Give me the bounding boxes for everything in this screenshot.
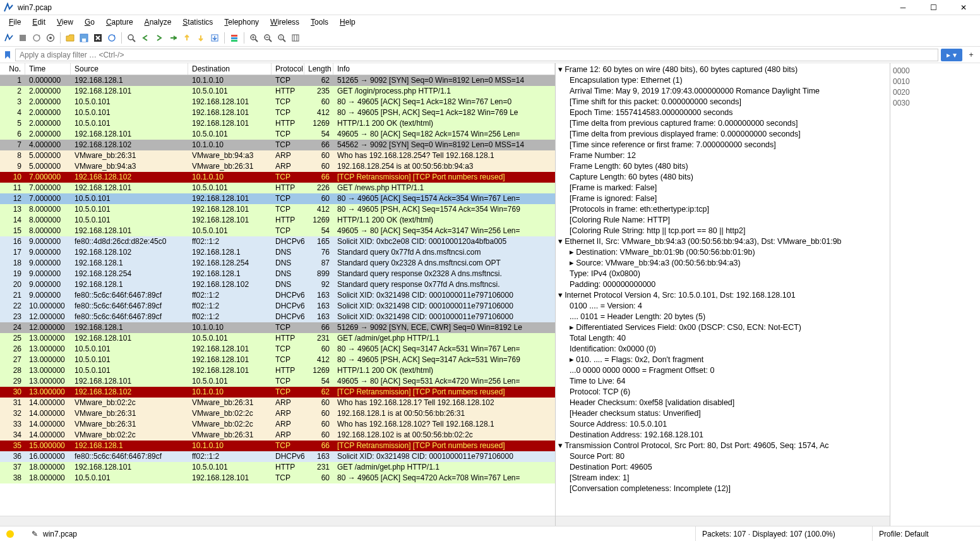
detail-line[interactable]: Encapsulation type: Ethernet (1) [558,75,887,86]
menu-tools[interactable]: Tools [306,16,333,28]
packet-row[interactable]: 107.000000192.168.128.10210.1.0.10TCP66[… [0,172,555,183]
col-protocol[interactable]: Protocol [272,63,304,75]
detail-line[interactable]: Frame Number: 12 [558,150,887,161]
detail-line[interactable]: Arrival Time: May 9, 2019 17:09:43.00000… [558,86,887,97]
detail-line[interactable]: Transmission Control Protocol, Src Port:… [558,441,887,451]
detail-line[interactable]: Padding: 000000000000 [558,279,887,290]
packet-row[interactable]: 2713.00000010.5.0.101192.168.128.101TCP4… [0,355,555,365]
col-length[interactable]: Length [304,63,333,75]
zoom-reset-icon[interactable]: 1 [275,32,288,44]
detail-line[interactable]: [Protocols in frame: eth:ethertype:ip:tc… [558,204,887,215]
packet-row[interactable]: 3013.000000192.168.128.10210.1.0.10TCP62… [0,387,555,398]
detail-line[interactable]: ...0 0000 0000 0000 = Fragment Offset: 0 [558,365,887,376]
detail-line[interactable]: [Time shift for this packet: 0.000000000… [558,97,887,107]
packet-row[interactable]: 3314.000000VMware_bb:26:31VMware_bb:02:2… [0,419,555,430]
status-profile[interactable]: Profile: Default [873,526,980,541]
detail-line[interactable]: Destination: VMware_bb:01:9b (00:50:56:b… [558,247,887,258]
capture-options-icon[interactable] [44,32,57,44]
detail-line[interactable]: [Header checksum status: Unverified] [558,408,887,419]
maximize-button[interactable]: ☐ [921,1,946,14]
packet-row[interactable]: 62.000000192.168.128.10110.5.0.101TCP544… [0,129,555,140]
detail-line[interactable]: Capture Length: 60 bytes (480 bits) [558,172,887,183]
packet-row[interactable]: 169.000000fe80::4d8d:26cd:d82e:45c0ff02:… [0,236,555,247]
zoom-in-icon[interactable] [248,32,260,44]
packet-row[interactable]: 3515.000000192.168.128.110.1.0.10TCP66[T… [0,441,555,451]
packet-row[interactable]: 85.000000VMware_bb:26:31VMware_bb:94:a3A… [0,150,555,161]
capture-file-icon[interactable]: ✎ [32,530,38,538]
close-button[interactable]: ✕ [951,1,976,14]
detail-line[interactable]: Protocol: TCP (6) [558,387,887,398]
detail-line[interactable]: [Conversation completeness: Incomplete (… [558,483,887,494]
packet-row[interactable]: 127.00000010.5.0.101192.168.128.101TCP60… [0,193,555,204]
open-file-icon[interactable] [64,32,76,44]
resize-columns-icon[interactable] [289,32,302,44]
menu-help[interactable]: Help [335,16,361,28]
packet-row[interactable]: 3818.00000010.5.0.101192.168.128.101TCP6… [0,473,555,483]
stop-capture-icon[interactable] [16,32,29,44]
menu-analyze[interactable]: Analyze [140,16,177,28]
packet-row[interactable]: 2513.000000192.168.128.10110.5.0.101HTTP… [0,333,555,344]
reload-icon[interactable] [105,32,118,44]
auto-scroll-icon[interactable] [208,32,221,44]
detail-line[interactable]: Source: VMware_bb:94:a3 (00:50:56:bb:94:… [558,258,887,269]
menu-capture[interactable]: Capture [101,16,138,28]
detail-line[interactable]: Differentiated Services Field: 0x00 (DSC… [558,322,887,333]
menu-statistics[interactable]: Statistics [177,16,218,28]
minimize-button[interactable]: ─ [890,1,916,14]
h-scrollbar[interactable] [556,516,890,526]
detail-line[interactable]: Internet Protocol Version 4, Src: 10.5.0… [558,290,887,301]
filter-apply-dropdown[interactable]: ▸ ▾ [941,49,962,61]
packet-row[interactable]: 52.00000010.5.0.101192.168.128.101HTTP12… [0,118,555,129]
colorize-icon[interactable] [228,32,241,44]
detail-line[interactable]: 010. .... = Flags: 0x2, Don't fragment [558,355,887,365]
detail-line[interactable]: [Time delta from previous displayed fram… [558,129,887,140]
packet-row[interactable]: 10.000000192.168.128.110.1.0.10TCP625126… [0,75,555,86]
packet-row[interactable]: 179.000000192.168.128.102192.168.128.1DN… [0,247,555,258]
menu-go[interactable]: Go [80,16,100,28]
detail-line[interactable]: .... 0101 = Header Length: 20 bytes (5) [558,312,887,322]
col-source[interactable]: Source [71,63,188,75]
packet-detail-tree[interactable]: Frame 12: 60 bytes on wire (480 bits), 6… [556,63,890,516]
packet-row[interactable]: 2613.00000010.5.0.101192.168.128.101TCP6… [0,344,555,355]
menu-telephony[interactable]: Telephony [219,16,264,28]
detail-line[interactable]: Header Checksum: 0xef58 [validation disa… [558,398,887,408]
packet-row[interactable]: 189.000000192.168.128.1192.168.128.254DN… [0,258,555,269]
display-filter-input[interactable] [15,49,938,61]
detail-line[interactable]: [Frame is marked: False] [558,183,887,193]
restart-capture-icon[interactable] [30,32,43,44]
detail-line[interactable]: Identification: 0x0000 (0) [558,344,887,355]
packet-row[interactable]: 3718.000000192.168.128.10110.5.0.101HTTP… [0,462,555,473]
detail-line[interactable]: [Time delta from previous captured frame… [558,118,887,129]
col-time[interactable]: Time [25,63,71,75]
menu-file[interactable]: File [4,16,26,28]
packet-row[interactable]: 74.000000192.168.128.10210.1.0.10TCP6654… [0,140,555,150]
packet-list-header[interactable]: No. Time Source Destination Protocol Len… [0,63,555,75]
packet-row[interactable]: 22.000000192.168.128.10110.5.0.101HTTP23… [0,86,555,97]
h-scrollbar[interactable] [0,516,555,526]
zoom-out-icon[interactable] [261,32,274,44]
packet-row[interactable]: 2412.000000192.168.128.110.1.0.10TCP6651… [0,322,555,333]
go-forward-icon[interactable] [153,32,165,44]
packet-row[interactable]: 3214.000000VMware_bb:26:31VMware_bb:02:2… [0,408,555,419]
go-first-icon[interactable] [181,32,193,44]
start-capture-icon[interactable] [3,32,15,44]
detail-line[interactable]: [Time since reference or first frame: 7.… [558,140,887,150]
packet-list-body[interactable]: 10.000000192.168.128.110.1.0.10TCP625126… [0,75,555,516]
detail-line[interactable]: Source Address: 10.5.0.101 [558,419,887,430]
detail-line[interactable]: Frame 12: 60 bytes on wire (480 bits), 6… [558,64,887,75]
col-info[interactable]: Info [333,63,555,75]
detail-line[interactable]: Destination Address: 192.168.128.101 [558,430,887,441]
find-packet-icon[interactable] [125,32,138,44]
col-no[interactable]: No. [0,63,25,75]
packet-row[interactable]: 158.000000192.168.128.10110.5.0.101TCP54… [0,226,555,236]
detail-line[interactable]: [Stream index: 1] [558,473,887,483]
go-last-icon[interactable] [194,32,207,44]
go-to-packet-icon[interactable] [167,32,179,44]
packet-row[interactable]: 219.000000fe80::5c6c:646f:6467:89cfff02:… [0,290,555,301]
packet-row[interactable]: 2913.000000192.168.128.10110.5.0.101TCP5… [0,376,555,387]
detail-line[interactable]: Source Port: 80 [558,451,887,462]
menu-wireless[interactable]: Wireless [265,16,304,28]
detail-line[interactable]: Destination Port: 49605 [558,462,887,473]
packet-row[interactable]: 2210.000000fe80::5c6c:646f:6467:89cfff02… [0,301,555,312]
save-file-icon[interactable] [78,32,90,44]
